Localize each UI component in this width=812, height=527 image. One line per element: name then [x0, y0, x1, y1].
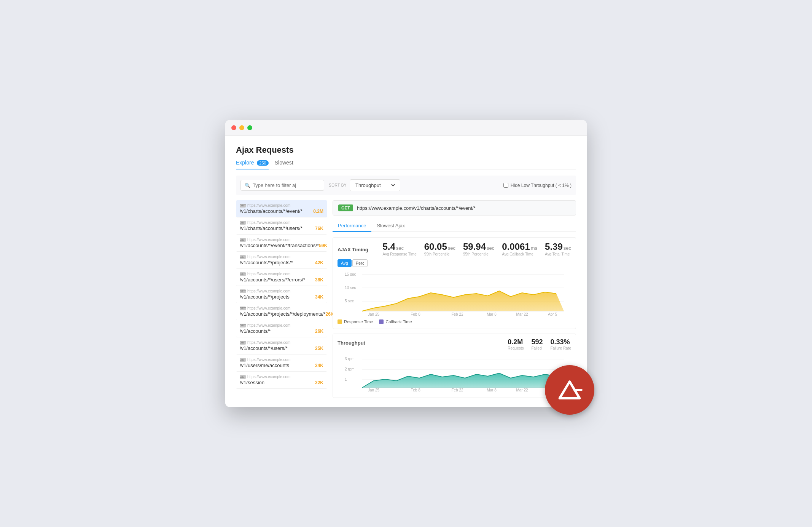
sub-tab-slowest-ajax[interactable]: Slowest Ajax	[371, 220, 410, 232]
request-path-row: /v1/session 22K	[240, 380, 323, 385]
hide-low-checkbox-input[interactable]	[503, 183, 508, 188]
sub-tab-performance[interactable]: Performance	[333, 220, 371, 232]
request-count: 26K	[315, 329, 323, 334]
throughput-metrics: 0.2M Requests 592 Failed 0.33% Failure R…	[508, 339, 571, 350]
request-item[interactable]: GET https://www.example.com /v1/users/me…	[236, 355, 327, 372]
x-label-apr5: Apr 5	[548, 312, 557, 316]
request-domain: GET https://www.example.com	[240, 340, 323, 345]
tab-slowest[interactable]: Slowest	[275, 160, 293, 169]
domain-icon: GET	[240, 358, 246, 362]
request-path: /v1/accounts/*/projects/*	[240, 260, 293, 265]
ajax-timing-header: AJAX Timing 5.4sec Avg Response Time 60.…	[338, 242, 571, 256]
request-count: 38K	[315, 277, 323, 283]
legend-dot-callback	[379, 319, 384, 324]
request-path: /v1/accounts/*/projects/*/deployments/*	[240, 311, 325, 317]
ajax-timing-title: AJAX Timing	[338, 246, 368, 253]
request-count: 34K	[315, 294, 323, 300]
domain-icon: GET	[240, 289, 246, 293]
t-x-label-mar8: Mar 8	[487, 388, 497, 391]
metric-failed: 592 Failed	[531, 339, 543, 350]
page-title: Ajax Requests	[236, 145, 576, 155]
request-path: /v1/accounts/*/users/*/errors/*	[240, 277, 305, 283]
request-path-row: /v1/charts/accounts/*/event/* 0.2M	[240, 208, 323, 214]
sort-dropdown[interactable]: Throughput Response Time Error Rate	[354, 182, 396, 188]
sort-select[interactable]: Throughput Response Time Error Rate	[350, 179, 400, 191]
x-label-feb8: Feb 8	[411, 312, 420, 316]
toggle-avg[interactable]: Avg	[338, 259, 352, 267]
minimize-button[interactable]	[239, 125, 244, 130]
request-path-row: /v1/accounts/*/event/*/transactions/* 59…	[240, 243, 323, 248]
metric-failure-rate: 0.33% Failure Rate	[551, 339, 571, 350]
request-path-row: /v1/accounts/*/users/*/errors/* 38K	[240, 277, 323, 283]
y-label-15sec: 15 sec	[345, 272, 356, 276]
tab-explore[interactable]: Explore 250	[236, 160, 269, 169]
request-item[interactable]: GET https://www.example.com /v1/accounts…	[236, 252, 327, 269]
request-list: GET https://www.example.com /v1/charts/a…	[236, 200, 327, 389]
request-path: /v1/charts/accounts/*/users/*	[240, 225, 303, 231]
search-input[interactable]	[253, 182, 320, 188]
request-domain: GET https://www.example.com	[240, 255, 323, 259]
request-path: /v1/accounts/*/event/*/transactions/*	[240, 243, 319, 248]
request-path: /v1/accounts/*	[240, 328, 271, 334]
throughput-header: Throughput 0.2M Requests 592 Failed	[338, 339, 571, 350]
request-path: /v1/session	[240, 380, 264, 385]
request-item[interactable]: GET https://www.example.com /v1/charts/a…	[236, 217, 327, 235]
method-badge: GET	[338, 204, 353, 211]
request-path: /v1/charts/accounts/*/event/*	[240, 208, 303, 214]
toggle-buttons: Avg Perc	[338, 259, 571, 267]
request-count: 76K	[315, 226, 323, 231]
legend-dot-response	[338, 319, 342, 324]
request-path: /v1/accounts/*/projects	[240, 294, 290, 300]
x-label-mar8: Mar 8	[487, 312, 497, 316]
request-item[interactable]: GET https://www.example.com /v1/accounts…	[236, 269, 327, 286]
x-label-jan25: Jan 25	[368, 312, 379, 316]
maximize-button[interactable]	[247, 125, 252, 130]
request-item[interactable]: GET https://www.example.com /v1/session …	[236, 372, 327, 389]
metric-avg-response: 5.4sec Avg Response Time	[382, 242, 416, 256]
request-path-row: /v1/accounts/*/projects/* 42K	[240, 260, 323, 265]
request-item[interactable]: GET https://www.example.com /v1/charts/a…	[236, 200, 327, 217]
legend-callback-time: Callback Time	[379, 319, 412, 324]
domain-icon: GET	[240, 324, 246, 327]
metric-95th: 59.94sec 95th Percentile	[463, 242, 494, 256]
domain-icon: GET	[240, 272, 246, 276]
request-count: 22K	[315, 380, 323, 385]
logo-circle	[545, 365, 594, 415]
request-item[interactable]: GET https://www.example.com /v1/accounts…	[236, 235, 327, 252]
request-header: GET https://www.example.com/v1/charts/ac…	[333, 200, 576, 216]
t-x-label-mar22: Mar 22	[516, 388, 528, 391]
t-x-label-jan25: Jan 25	[368, 388, 379, 391]
request-count: 0.2M	[313, 209, 323, 214]
request-domain: GET https://www.example.com	[240, 306, 323, 310]
legend-response-time: Response Time	[338, 319, 373, 324]
ajax-timing-chart: AJAX Timing 5.4sec Avg Response Time 60.…	[333, 237, 576, 329]
request-domain: GET https://www.example.com	[240, 220, 323, 225]
browser-window: Ajax Requests Explore 250 Slowest 🔍 SORT…	[225, 120, 587, 407]
domain-icon: GET	[240, 375, 246, 379]
request-item[interactable]: GET https://www.example.com /v1/accounts…	[236, 337, 327, 355]
domain-icon: GET	[240, 221, 246, 225]
request-path: /v1/accounts/*/users/*	[240, 345, 288, 351]
domain-icon: GET	[240, 341, 246, 345]
tab-badge-count: 250	[257, 160, 268, 166]
request-count: 42K	[315, 260, 323, 265]
t-x-label-feb22: Feb 22	[451, 388, 463, 391]
request-path-row: /v1/accounts/*/users/* 25K	[240, 345, 323, 351]
ajax-timing-metrics: 5.4sec Avg Response Time 60.05sec 99th P…	[382, 242, 571, 256]
browser-titlebar	[225, 120, 587, 136]
request-count: 24K	[315, 363, 323, 368]
search-icon: 🔍	[245, 183, 250, 188]
toggle-perc[interactable]: Perc	[352, 259, 368, 267]
request-item[interactable]: GET https://www.example.com /v1/accounts…	[236, 286, 327, 303]
x-label-mar22: Mar 22	[516, 312, 528, 316]
request-domain: GET https://www.example.com	[240, 289, 323, 293]
request-domain: GET https://www.example.com	[240, 238, 323, 242]
request-item[interactable]: GET https://www.example.com /v1/accounts…	[236, 303, 327, 320]
t-x-label-feb8: Feb 8	[411, 388, 420, 391]
metric-requests: 0.2M Requests	[508, 339, 524, 350]
request-path: /v1/users/me/accounts	[240, 363, 289, 368]
close-button[interactable]	[231, 125, 236, 130]
request-item[interactable]: GET https://www.example.com /v1/accounts…	[236, 320, 327, 337]
request-domain: GET https://www.example.com	[240, 358, 323, 362]
hide-low-checkbox-wrapper: Hide Low Throughput ( < 1% )	[503, 183, 572, 188]
